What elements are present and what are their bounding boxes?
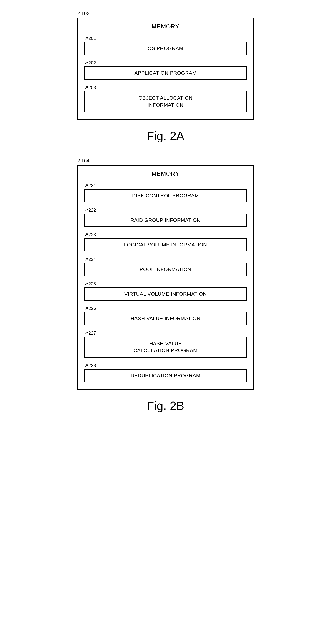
fig2b-item-223: ↗ 223 LOGICAL VOLUME INFORMATION (84, 231, 247, 252)
fig2b-refnum-228: 228 (88, 363, 96, 368)
fig2b-ref-row-221: ↗ 221 (84, 182, 247, 188)
fig2b-ref-row-227: ↗ 227 (84, 329, 247, 336)
fig2a-item-203: ↗ 203 OBJECT ALLOCATIONINFORMATION (84, 84, 247, 112)
fig2b-checkmark-224: ↗ (84, 256, 88, 262)
fig2b-wrapper: ↗ 164 MEMORY ↗ 221 DISK CONTROL PROGRAM … (77, 156, 254, 390)
fig2a-outer-ref: 102 (81, 10, 90, 16)
fig2b-refnum-225: 225 (88, 281, 96, 286)
fig2b-box-225: VIRTUAL VOLUME INFORMATION (84, 288, 247, 300)
fig2b-box-228: DEDUPLICATION PROGRAM (84, 369, 247, 382)
fig2b-refnum-222: 222 (88, 208, 96, 213)
fig2b-ref-row-225: ↗ 225 (84, 280, 247, 286)
fig2b-checkmark-228: ↗ (84, 363, 88, 368)
fig2b-checkmark-225: ↗ (84, 281, 88, 286)
fig2a-refnum-201: 201 (88, 36, 96, 41)
fig2b-refnum-227: 227 (88, 330, 96, 336)
fig2b-title: MEMORY (84, 170, 247, 177)
fig2b-box-227: HASH VALUECALCULATION PROGRAM (84, 336, 247, 358)
fig2b-ref-row-222: ↗ 222 (84, 206, 247, 213)
fig2b-checkmark-227: ↗ (84, 330, 88, 336)
fig2a-refnum-202: 202 (88, 60, 96, 66)
fig2a-caption: Fig. 2A (147, 129, 184, 143)
fig2b-checkmark-223: ↗ (84, 232, 88, 237)
fig2b-caption: Fig. 2B (147, 399, 184, 412)
fig2b-outer-box: MEMORY ↗ 221 DISK CONTROL PROGRAM ↗ 222 … (77, 165, 254, 390)
fig2b-item-224: ↗ 224 POOL INFORMATION (84, 256, 247, 276)
fig2a-wrapper: ↗ 102 MEMORY ↗ 201 OS PROGRAM ↗ 202 APPL… (77, 9, 254, 120)
fig2b-ref-row-226: ↗ 226 (84, 305, 247, 311)
fig2a-outer-ref-row: ↗ 102 (77, 9, 254, 16)
fig2b-item-226: ↗ 226 HASH VALUE INFORMATION (84, 305, 247, 325)
fig2a-outer-checkmark: ↗ (77, 10, 81, 16)
fig2a-outer-box: MEMORY ↗ 201 OS PROGRAM ↗ 202 APPLICATIO… (77, 18, 254, 120)
fig2a-checkmark-203: ↗ (84, 85, 88, 90)
fig2b-outer-checkmark: ↗ (77, 158, 81, 164)
fig2b-refnum-226: 226 (88, 306, 96, 311)
fig2b-item-221: ↗ 221 DISK CONTROL PROGRAM (84, 182, 247, 202)
fig2b-item-225: ↗ 225 VIRTUAL VOLUME INFORMATION (84, 280, 247, 300)
fig2b-item-227: ↗ 227 HASH VALUECALCULATION PROGRAM (84, 329, 247, 358)
fig2b-ref-row-224: ↗ 224 (84, 256, 247, 262)
fig2a-ref-row-201: ↗ 201 (84, 34, 247, 41)
fig2b-refnum-224: 224 (88, 257, 96, 262)
fig2a-ref-row-203: ↗ 203 (84, 84, 247, 90)
fig2b-box-226: HASH VALUE INFORMATION (84, 312, 247, 325)
fig2b-outer-ref-row: ↗ 164 (77, 156, 254, 164)
fig2b-ref-row-223: ↗ 223 (84, 231, 247, 237)
fig2b-box-222: RAID GROUP INFORMATION (84, 214, 247, 227)
fig2b-item-222: ↗ 222 RAID GROUP INFORMATION (84, 206, 247, 227)
fig2a-refnum-203: 203 (88, 85, 96, 90)
fig2a-title: MEMORY (84, 23, 247, 30)
fig2b-box-223: LOGICAL VOLUME INFORMATION (84, 238, 247, 252)
fig2a-item-201: ↗ 201 OS PROGRAM (84, 34, 247, 55)
fig2b-checkmark-221: ↗ (84, 183, 88, 188)
fig2a-box-201: OS PROGRAM (84, 42, 247, 55)
fig2a-ref-row-202: ↗ 202 (84, 59, 247, 66)
fig2b-refnum-223: 223 (88, 232, 96, 237)
page-container: ↗ 102 MEMORY ↗ 201 OS PROGRAM ↗ 202 APPL… (77, 9, 254, 426)
fig2b-box-221: DISK CONTROL PROGRAM (84, 189, 247, 202)
fig2a-item-202: ↗ 202 APPLICATION PROGRAM (84, 59, 247, 80)
fig2b-outer-ref: 164 (81, 158, 90, 164)
fig2b-checkmark-226: ↗ (84, 306, 88, 311)
fig2b-item-228: ↗ 228 DEDUPLICATION PROGRAM (84, 362, 247, 382)
fig2b-ref-row-228: ↗ 228 (84, 362, 247, 368)
fig2a-checkmark-201: ↗ (84, 36, 88, 41)
fig2a-checkmark-202: ↗ (84, 60, 88, 66)
fig2b-checkmark-222: ↗ (84, 207, 88, 213)
fig2a-box-202: APPLICATION PROGRAM (84, 66, 247, 80)
fig2a-box-203: OBJECT ALLOCATIONINFORMATION (84, 91, 247, 112)
fig2b-box-224: POOL INFORMATION (84, 263, 247, 276)
fig2b-refnum-221: 221 (88, 183, 96, 188)
